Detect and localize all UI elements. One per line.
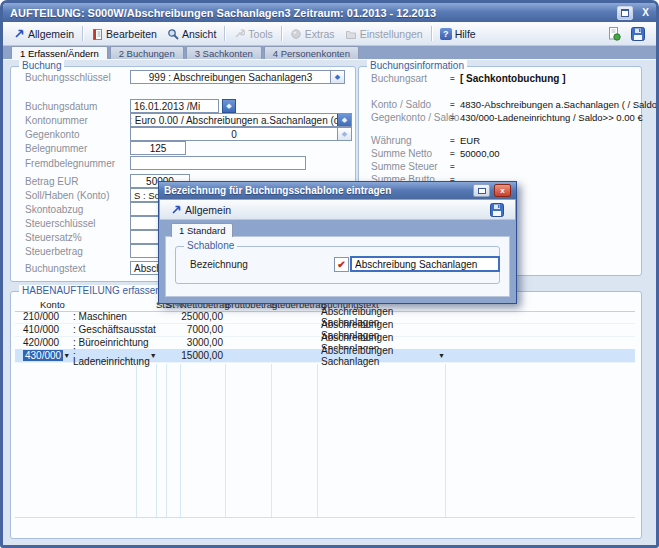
label-steuersatz: Steuersatz%	[25, 232, 82, 243]
buchung-group-label: Buchung	[19, 60, 64, 71]
info-row-buchungsart: Buchungsart = [ Sachkontobuchung ]	[371, 73, 566, 84]
dropdown-icon[interactable]: ◆	[330, 71, 344, 83]
bullet-icon: =	[450, 100, 460, 109]
menu-extras-label: Extras	[305, 28, 335, 40]
menu-tools-label: Tools	[248, 28, 273, 40]
dialog-tab-standard[interactable]: 1 Standard	[171, 223, 233, 237]
restore-button[interactable]	[617, 6, 633, 20]
app-window: AUFTEILUNG: S000W/Abschreibungen Sachanl…	[0, 0, 659, 548]
gegenkonto-combo[interactable]: 0 ◆	[130, 127, 352, 141]
cell-konto: 420/000	[23, 337, 59, 348]
dialog-save-button[interactable]	[485, 201, 509, 219]
grid-bottom-line	[15, 517, 635, 518]
table-row-selected[interactable]: 430/000 ▼ : Ladeneinrichtung ▼ 15000,00 …	[15, 349, 635, 363]
info-row-waehrung: Währung = EUR	[371, 135, 480, 146]
save-floppy-icon	[631, 27, 645, 41]
dropdown-icon[interactable]: ◆	[337, 128, 351, 140]
label-buchungstext: Buchungstext	[25, 263, 86, 274]
info-label: Summe Steuer	[371, 161, 450, 172]
grid-line	[317, 364, 318, 517]
label-buchungsschluessel: Buchungsschlüssel	[25, 72, 111, 83]
grid-line	[225, 364, 226, 517]
toolbar-separator	[431, 26, 432, 41]
tab-personenkonten[interactable]: 4 Personenkonten	[264, 46, 359, 60]
save-floppy-icon	[490, 203, 504, 217]
new-document-button[interactable]	[602, 25, 626, 43]
schablone-group-label: Schablone	[184, 240, 237, 251]
save-button[interactable]	[626, 25, 650, 43]
kontonummer-value: 4830 : Euro 0.00 / Abschreibungen a.Sach…	[131, 114, 337, 126]
cell-netto: 25000,00	[180, 311, 225, 322]
cell-name: : Geschäftsausstat	[73, 324, 156, 335]
dialog-restore-button[interactable]	[473, 184, 490, 197]
text-dropdown-icon[interactable]: ▼	[438, 352, 445, 359]
help-icon: ?	[440, 28, 452, 40]
window-title: AUFTEILUNG: S000W/Abschreibungen Sachanl…	[10, 7, 613, 19]
buchungsdatum-dropdown-icon[interactable]: ◆	[222, 99, 236, 113]
buchungsschluessel-combo[interactable]: 999 : Abschreibungen Sachanlagen3 ◆	[130, 70, 345, 84]
menu-allgemein[interactable]: Allgemein	[9, 26, 79, 42]
info-label: Buchungsart	[371, 73, 450, 84]
dropdown-icon[interactable]: ◆	[337, 114, 351, 126]
col-konto[interactable]: Konto	[15, 299, 65, 310]
tab-buchungen[interactable]: 2 Buchungen	[110, 46, 184, 60]
cell-konto: 210/000	[23, 311, 59, 322]
menu-hilfe[interactable]: ? Hilfe	[435, 26, 481, 42]
menu-bearbeiten-label: Bearbeiten	[106, 28, 157, 40]
toolbar-separator	[82, 26, 83, 41]
label-bezeichnung: Bezeichnung	[190, 259, 248, 270]
dialog-menu-allgemein[interactable]: Allgemein	[166, 202, 236, 218]
belegnummer-input[interactable]	[130, 141, 186, 155]
bullet-icon: =	[450, 74, 460, 83]
dialog-title: Bezeichnung für Buchungsschablone eintra…	[164, 185, 469, 196]
cell-text: Abschreibungen Sachanlagen	[321, 345, 438, 367]
wrench-icon	[233, 28, 245, 40]
close-button[interactable]: X	[642, 7, 649, 18]
tab-strip: 1 Erfassen/Ändern 2 Buchungen 3 Sachkont…	[3, 46, 656, 60]
dialog-menu-bar: Allgemein	[160, 200, 515, 220]
info-row-gegenkonto-saldo: Gegenkonto / Saldo = 430/000-Ladeneinric…	[371, 112, 643, 123]
arrow-ne-icon	[171, 204, 182, 215]
cell-netto: 15000,00	[180, 350, 225, 361]
dialog-close-button[interactable]: x	[494, 184, 511, 197]
label-steuerschluessel: Steuerschlüssel	[25, 218, 96, 229]
label-belegnummer: Belegnummer	[25, 143, 87, 154]
bullet-icon: =	[450, 136, 460, 145]
cell-netto: 3000,00	[180, 337, 225, 348]
toolbar-separator	[281, 26, 282, 41]
tab-sachkonten[interactable]: 3 Sachkonten	[186, 46, 262, 60]
label-kontonummer: Kontonummer	[25, 115, 88, 126]
menu-hilfe-label: Hilfe	[455, 28, 476, 40]
restore-icon	[621, 9, 629, 17]
grid-line	[271, 364, 272, 517]
grid-line	[156, 364, 157, 517]
cell-name: : Ladeneinrichtung	[73, 345, 150, 367]
cell-name: : Maschinen	[73, 311, 127, 322]
fremdbelegnummer-input[interactable]	[130, 156, 306, 170]
menu-einstellungen: Einstellungen	[340, 26, 428, 42]
menu-allgemein-label: Allgemein	[28, 28, 74, 40]
grid-line	[166, 364, 167, 517]
gegenkonto-value: 0	[131, 128, 337, 140]
info-label: Gegenkonto / Saldo	[371, 112, 450, 123]
info-value: EUR	[460, 135, 480, 146]
bezeichnung-input[interactable]	[350, 256, 500, 272]
menu-ansicht[interactable]: Ansicht	[162, 26, 221, 42]
label-skontoabzug: Skontoabzug	[25, 204, 83, 215]
menu-bearbeiten[interactable]: Bearbeiten	[86, 26, 162, 42]
check-icon[interactable]: ✔	[334, 257, 349, 272]
magnifier-icon	[167, 28, 179, 40]
kontonummer-combo[interactable]: 4830 : Euro 0.00 / Abschreibungen a.Sach…	[130, 113, 352, 127]
schablone-dialog: Bezeichnung für Buchungsschablone eintra…	[158, 181, 517, 304]
dialog-menu-allgemein-label: Allgemein	[185, 204, 231, 216]
cell-konto-editing[interactable]: 430/000	[23, 350, 63, 361]
label-fremdbelegnummer: Fremdbelegnummer	[25, 158, 115, 169]
info-row-summe-steuer: Summe Steuer =	[371, 161, 460, 172]
name-dropdown-icon[interactable]: ▼	[150, 352, 157, 359]
new-document-icon	[607, 27, 621, 41]
info-value: 430/000-Ladeneinrichtung / Saldo>> 0.00 …	[460, 112, 643, 123]
bullet-icon: =	[450, 162, 460, 171]
buchungsdatum-field[interactable]: 16.01.2013 /Mi	[130, 99, 219, 113]
grid-line	[180, 364, 181, 517]
dialog-content: Schablone Bezeichnung ✔	[165, 236, 510, 297]
